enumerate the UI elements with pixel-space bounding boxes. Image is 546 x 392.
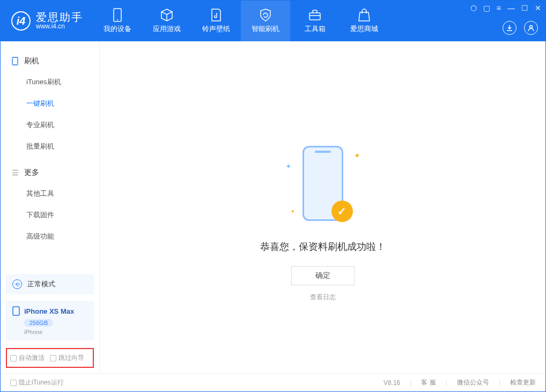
svg-point-1 xyxy=(117,19,118,20)
checkbox-label: 自动激活 xyxy=(19,353,45,363)
checkbox-block-itunes[interactable]: 阻止iTunes运行 xyxy=(10,378,64,387)
shield-refresh-icon xyxy=(259,8,272,22)
device-info-box[interactable]: iPhone XS Max 256GB iPhone xyxy=(6,301,94,341)
nav-toolbox[interactable]: 工具箱 xyxy=(290,1,340,41)
version-label: V8.16 xyxy=(383,379,400,387)
sparkle-icon: ✦ xyxy=(354,151,360,160)
user-button[interactable] xyxy=(524,21,538,35)
nav-ringtone-wallpaper[interactable]: 铃声壁纸 xyxy=(191,1,241,41)
checkbox-icon xyxy=(10,380,17,386)
logo-text: 爱思助手 www.i4.cn xyxy=(36,11,83,30)
sidebar-item-itunes-flash[interactable]: iTunes刷机 xyxy=(1,71,99,93)
refresh-icon: ⟲ xyxy=(12,279,22,289)
svg-rect-6 xyxy=(13,307,19,315)
music-file-icon xyxy=(209,8,223,22)
download-button[interactable] xyxy=(503,21,517,35)
nav-label: 工具箱 xyxy=(305,24,326,34)
device-storage: 256GB xyxy=(24,319,53,327)
sidebar-item-pro-flash[interactable]: 专业刷机 xyxy=(1,114,99,136)
sidebar-section-flash: 刷机 xyxy=(1,51,99,71)
checkbox-label: 阻止iTunes运行 xyxy=(19,378,64,387)
ok-button[interactable]: 确定 xyxy=(291,266,355,285)
svg-rect-5 xyxy=(12,57,18,65)
nav-label: 应用游戏 xyxy=(153,24,181,34)
mode-indicator[interactable]: ⟲ 正常模式 xyxy=(6,274,94,294)
nav-label: 爱思商城 xyxy=(350,24,378,34)
nav-label: 铃声壁纸 xyxy=(202,24,230,34)
checkbox-skip-guide[interactable]: 跳过向导 xyxy=(50,353,84,363)
list-icon: ☰ xyxy=(11,169,19,176)
sidebar: 刷机 iTunes刷机 一键刷机 专业刷机 批量刷机 ☰ 更多 其他工具 下载固… xyxy=(1,41,100,373)
checkbox-icon xyxy=(50,355,56,361)
options-highlight-box: 自动激活 跳过向导 xyxy=(6,348,94,368)
checkmark-badge-icon: ✓ xyxy=(331,201,353,222)
svg-rect-2 xyxy=(309,13,320,20)
nav-apps-games[interactable]: 应用游戏 xyxy=(142,1,191,41)
feedback-icon[interactable]: ▢ xyxy=(483,4,490,12)
footer-update-link[interactable]: 检查更新 xyxy=(510,378,536,387)
window-controls: ⬡ ▢ ≡ — ☐ ✕ xyxy=(470,4,541,12)
sidebar-item-oneclick-flash[interactable]: 一键刷机 xyxy=(1,93,99,114)
sparkle-icon: ✦ xyxy=(285,162,292,171)
minimize-button[interactable]: — xyxy=(507,4,515,12)
sidebar-item-batch-flash[interactable]: 批量刷机 xyxy=(1,136,99,157)
nav-label: 我的设备 xyxy=(104,24,131,34)
sparkle-icon: • xyxy=(292,207,294,216)
nav-smart-flash[interactable]: 智能刷机 xyxy=(241,1,290,41)
main-content: ✓ ✦ ✦ • 恭喜您，保资料刷机成功啦！ 确定 查看日志 xyxy=(100,41,545,373)
checkbox-auto-activate[interactable]: 自动激活 xyxy=(10,353,45,363)
phone-icon xyxy=(110,8,124,22)
menu-icon[interactable]: ≡ xyxy=(497,4,501,12)
sidebar-item-other-tools[interactable]: 其他工具 xyxy=(1,183,99,204)
cube-icon xyxy=(160,8,174,22)
mode-label: 正常模式 xyxy=(27,279,55,289)
device-name: iPhone XS Max xyxy=(24,307,74,315)
nav-store[interactable]: 爱思商城 xyxy=(340,1,389,41)
device-small-icon xyxy=(11,57,19,65)
app-window: i4 爱思助手 www.i4.cn 我的设备 应用游戏 铃声壁纸 智能刷机 xyxy=(0,0,546,392)
sidebar-item-download-firmware[interactable]: 下载固件 xyxy=(1,204,99,226)
titlebar: i4 爱思助手 www.i4.cn 我的设备 应用游戏 铃声壁纸 智能刷机 xyxy=(1,1,545,41)
view-log-link[interactable]: 查看日志 xyxy=(310,293,336,302)
checkbox-icon xyxy=(10,355,17,361)
nav-label: 智能刷机 xyxy=(252,24,279,34)
footer-support-link[interactable]: 客 服 xyxy=(421,378,436,387)
sidebar-section-title: 更多 xyxy=(24,168,39,177)
close-button[interactable]: ✕ xyxy=(535,4,541,12)
sidebar-item-advanced[interactable]: 高级功能 xyxy=(1,226,99,247)
sidebar-section-more: ☰ 更多 xyxy=(1,162,99,183)
phone-small-icon xyxy=(12,306,20,316)
device-type: iPhone xyxy=(24,329,87,335)
logo-icon: i4 xyxy=(11,11,31,31)
svg-point-4 xyxy=(530,26,533,28)
maximize-button[interactable]: ☐ xyxy=(521,4,528,12)
success-illustration: ✓ ✦ ✦ • xyxy=(291,146,355,226)
tshirt-icon[interactable]: ⬡ xyxy=(470,4,477,12)
sidebar-section-title: 刷机 xyxy=(24,56,39,66)
body: 刷机 iTunes刷机 一键刷机 专业刷机 批量刷机 ☰ 更多 其他工具 下载固… xyxy=(1,41,545,373)
toolbox-icon xyxy=(308,8,322,22)
nav-my-device[interactable]: 我的设备 xyxy=(93,1,142,41)
footer: 阻止iTunes运行 V8.16 | 客 服 | 微信公众号 | 检查更新 xyxy=(1,373,545,391)
footer-wechat-link[interactable]: 微信公众号 xyxy=(457,378,489,387)
bag-icon xyxy=(357,8,371,22)
app-name: 爱思助手 xyxy=(36,11,83,23)
checkbox-label: 跳过向导 xyxy=(58,353,84,363)
success-message: 恭喜您，保资料刷机成功啦！ xyxy=(260,240,386,253)
app-url: www.i4.cn xyxy=(36,23,83,30)
logo-area: i4 爱思助手 www.i4.cn xyxy=(1,1,93,41)
header-actions xyxy=(503,21,538,35)
